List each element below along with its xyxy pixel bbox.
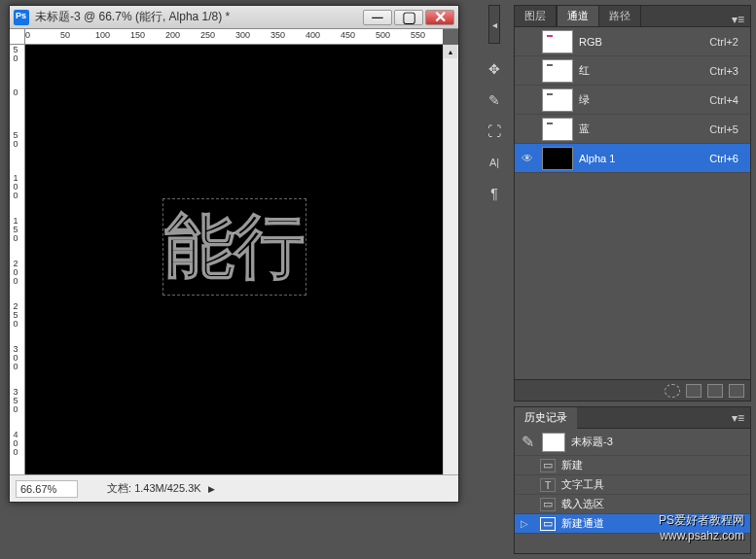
scroll-up-icon[interactable]: ▴ bbox=[444, 45, 457, 58]
channel-thumb bbox=[542, 88, 573, 112]
snapshot-row[interactable]: ✎ 未标题-3 bbox=[515, 429, 750, 456]
history-current-icon: ▷ bbox=[521, 518, 530, 529]
character-panel-icon[interactable]: A| bbox=[484, 153, 505, 172]
tab-channels[interactable]: 通道 bbox=[557, 5, 599, 26]
maximize-button[interactable]: ▢ bbox=[394, 10, 423, 25]
channel-name: 蓝 bbox=[579, 122, 709, 136]
channel-list: RGBCtrl+2红Ctrl+3绿Ctrl+4蓝Ctrl+5👁Alpha 1Ct… bbox=[515, 27, 750, 377]
history-step-icon: ▭ bbox=[540, 498, 556, 511]
history-menu-icon[interactable]: ▾≡ bbox=[726, 411, 750, 425]
vertical-scrollbar[interactable]: ▴ bbox=[443, 45, 458, 474]
tab-layers[interactable]: 图层 bbox=[515, 6, 557, 26]
document-title: 未标题-3 @ 66.7% (能行, Alpha 1/8) * bbox=[35, 9, 361, 25]
channel-thumb bbox=[542, 59, 573, 83]
load-selection-icon[interactable] bbox=[665, 384, 680, 398]
tool-strip: ◂ ✥ ✎ ⛶ A| ¶ bbox=[483, 5, 506, 203]
save-selection-icon[interactable] bbox=[686, 384, 702, 398]
history-item[interactable]: ▷▭新建通道 bbox=[515, 514, 750, 534]
channel-row[interactable]: 绿Ctrl+4 bbox=[515, 86, 750, 115]
history-step-name: 新建 bbox=[561, 458, 583, 472]
minimize-button[interactable]: ─ bbox=[363, 10, 392, 25]
channel-shortcut: Ctrl+5 bbox=[709, 123, 746, 135]
canvas-selection-text: 能行 bbox=[164, 200, 305, 294]
channel-name: 绿 bbox=[579, 92, 709, 107]
channel-name: RGB bbox=[579, 36, 709, 48]
history-title[interactable]: 历史记录 bbox=[515, 407, 577, 429]
ruler-origin[interactable] bbox=[10, 29, 25, 45]
channel-shortcut: Ctrl+6 bbox=[709, 153, 746, 164]
titlebar[interactable]: 未标题-3 @ 66.7% (能行, Alpha 1/8) * ─ ▢ ✕ bbox=[10, 6, 458, 29]
snapshot-thumb bbox=[542, 433, 565, 452]
canvas[interactable]: 能行 bbox=[25, 45, 443, 474]
channel-shortcut: Ctrl+3 bbox=[709, 65, 746, 77]
history-step-icon: T bbox=[540, 478, 556, 492]
channels-panel: 图层 通道 路径 ▾≡ RGBCtrl+2红Ctrl+3绿Ctrl+4蓝Ctrl… bbox=[514, 5, 751, 402]
history-list: ▭新建T文字工具▭载入选区▷▭新建通道 bbox=[515, 456, 750, 534]
history-step-name: 新建通道 bbox=[561, 516, 604, 531]
history-step-icon: ▭ bbox=[540, 517, 556, 531]
history-step-name: 载入选区 bbox=[561, 497, 604, 511]
channel-row[interactable]: 红Ctrl+3 bbox=[515, 56, 750, 86]
stamp-icon[interactable]: ⛶ bbox=[484, 122, 505, 141]
document-window: 未标题-3 @ 66.7% (能行, Alpha 1/8) * ─ ▢ ✕ 05… bbox=[9, 5, 459, 503]
close-button[interactable]: ✕ bbox=[425, 10, 454, 25]
history-item[interactable]: ▭新建 bbox=[515, 456, 750, 475]
delete-channel-icon[interactable] bbox=[729, 384, 744, 398]
history-brush-icon[interactable]: ✎ bbox=[519, 433, 536, 451]
move-tool-icon[interactable]: ✥ bbox=[484, 59, 505, 79]
horizontal-ruler[interactable]: 050100150200250300350400450500550 bbox=[25, 29, 443, 45]
panel-menu-icon[interactable]: ▾≡ bbox=[726, 13, 750, 26]
channel-thumb bbox=[542, 147, 573, 170]
channel-row[interactable]: RGBCtrl+2 bbox=[515, 27, 750, 56]
collapse-panels-button[interactable]: ◂ bbox=[488, 5, 500, 44]
paragraph-panel-icon[interactable]: ¶ bbox=[484, 184, 505, 203]
snapshot-name: 未标题-3 bbox=[571, 435, 613, 449]
history-item[interactable]: ▭载入选区 bbox=[515, 495, 750, 514]
status-label: 文档: 1.43M/425.3K ▶ bbox=[84, 481, 215, 496]
history-step-icon: ▭ bbox=[540, 459, 556, 472]
channels-footer bbox=[515, 379, 750, 401]
history-header: 历史记录 ▾≡ bbox=[515, 407, 750, 429]
channel-thumb bbox=[542, 118, 573, 141]
channel-thumb bbox=[542, 30, 573, 53]
visibility-toggle[interactable]: 👁 bbox=[519, 152, 536, 165]
zoom-input[interactable]: 66.67% bbox=[16, 480, 78, 498]
new-channel-icon[interactable] bbox=[707, 384, 723, 398]
history-step-name: 文字工具 bbox=[561, 477, 604, 492]
ps-icon bbox=[14, 10, 29, 25]
history-item[interactable]: T文字工具 bbox=[515, 475, 750, 495]
channel-name: 红 bbox=[579, 63, 709, 78]
status-bar: 66.67% 文档: 1.43M/425.3K ▶ bbox=[10, 474, 458, 502]
channel-shortcut: Ctrl+4 bbox=[709, 94, 746, 106]
history-panel: 历史记录 ▾≡ ✎ 未标题-3 ▭新建T文字工具▭载入选区▷▭新建通道 bbox=[514, 406, 751, 554]
brush-icon[interactable]: ✎ bbox=[484, 90, 505, 110]
status-arrow-icon[interactable]: ▶ bbox=[208, 484, 215, 494]
channel-row[interactable]: 👁Alpha 1Ctrl+6 bbox=[515, 144, 750, 173]
channel-row[interactable]: 蓝Ctrl+5 bbox=[515, 115, 750, 144]
tab-paths[interactable]: 路径 bbox=[599, 6, 641, 26]
panel-tabs: 图层 通道 路径 ▾≡ bbox=[515, 6, 750, 27]
vertical-ruler[interactable]: 50050100150200250300350400 bbox=[10, 45, 25, 474]
channel-shortcut: Ctrl+2 bbox=[709, 36, 746, 48]
channel-name: Alpha 1 bbox=[579, 153, 709, 164]
